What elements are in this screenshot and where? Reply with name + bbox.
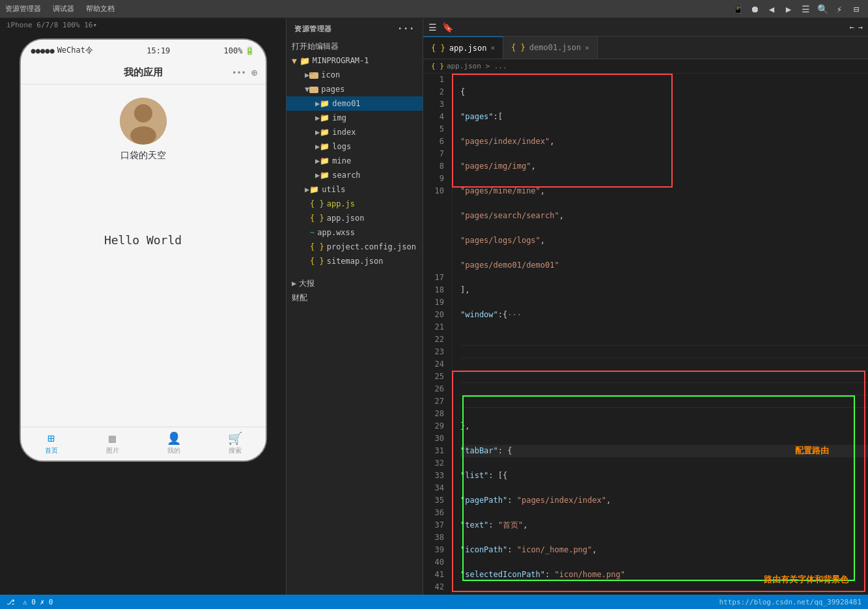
explorer-header: 资源管理器 ··· [287,18,423,39]
search-toolbar-icon[interactable]: 🔍 [816,3,829,16]
line-18: "tabBar": { [460,445,868,457]
js-file-icon: { } [310,199,324,208]
line-6: "pages/search/search", [460,210,868,222]
tab-demo01json[interactable]: { } demo01.json × [503,36,598,59]
split-icon[interactable]: ⊟ [850,3,863,16]
more-dots-icon[interactable]: ••• [232,68,246,78]
svg-point-1 [134,104,152,122]
app-header-right: ••• ⊕ [232,66,257,79]
mine-tab-icon: 👤 [167,431,181,445]
status-left: ●●●●● WeChat令 [31,45,93,56]
demo01-chevron-icon: ▶ [315,99,320,108]
toolbar-item-1[interactable]: 资源管理器 [5,4,41,14]
toolbar-item-3[interactable]: 帮助文档 [86,4,115,14]
project-root[interactable]: ▼ 📁 MINPROGRAM-1 [287,53,423,68]
editor-breadcrumb: { } app.json > ... [423,59,868,74]
back-icon[interactable]: ◀ [765,3,778,16]
file-appwxss[interactable]: ~ app.wxss [287,225,423,240]
folder-img[interactable]: ▶ 📁 img [287,111,423,125]
folder-pages[interactable]: ▼ pages [287,82,423,96]
tab-home-label: 首页 [45,446,58,455]
explorer-more-icon[interactable]: ··· [397,23,415,34]
tab-demo01-close[interactable]: × [585,44,589,52]
forward-icon[interactable]: ▶ [782,3,795,16]
logs-chevron-icon: ▶ [315,142,320,151]
project-name: MINPROGRAM-1 [313,56,369,65]
list-icon[interactable]: ☰ [799,3,812,16]
code-area: 1 2 3 4 5 6 7 8 9 10 11 12 13 14 [423,74,868,595]
tab-search-label: 搜索 [229,446,242,455]
top-toolbar: 资源管理器 调试器 帮助文档 📱 ⏺ ◀ ▶ ☰ 🔍 ⚡ ⊟ [0,0,868,18]
profile-name: 口袋的天空 [120,150,166,162]
phone-icon[interactable]: 📱 [731,3,744,16]
tab-mine[interactable]: 👤 我的 [143,431,204,455]
hello-world-text: Hello World [104,233,182,247]
phone-info-bar: iPhone 6/7/8 100% 16▾ [0,18,286,32]
img-label: img [332,113,346,122]
record-icon[interactable]: ⏺ [748,3,761,16]
status-url: https://blog.csdn.net/qq_39928481 [719,598,861,606]
line-23: "selectedIconPath": "icon/home.png" [460,569,868,581]
tab-home[interactable]: ⊞ 首页 [21,431,82,455]
phone-device: ●●●●● WeChat令 15:19 100% 🔋 我的应用 ••• ⊕ [0,32,286,595]
breadcrumb-json-icon: { } [431,62,444,70]
bookmark-icon[interactable]: 🔖 [442,22,453,33]
tab-appjson-icon: { } [431,44,445,53]
tab-search[interactable]: 🛒 搜索 [204,431,266,455]
line-10: "window":{··· [460,309,868,321]
phone-content: 口袋的天空 Hello World [21,85,266,427]
toolbar-item-2[interactable]: 调试器 [53,4,74,14]
line-2: "pages":[ [460,111,868,123]
phone-frame: ●●●●● WeChat令 15:19 100% 🔋 我的应用 ••• ⊕ [20,38,267,462]
tab-appjson[interactable]: { } app.json × [423,36,503,59]
line-4: "pages/img/img", [460,160,868,173]
folder-mine[interactable]: ▶ 📁 mine [287,154,423,168]
app-title: 我的应用 [124,66,163,79]
chevron-right-icon: ▶ [305,70,309,79]
folder-icon: 📁 [300,56,310,66]
editor-content[interactable]: 配置路由 路由有关字体和背景色 1 2 3 4 5 6 7 8 9 10 11 [423,74,868,595]
editor-tabs: { } app.json × { } demo01.json × [423,36,868,59]
chevron-down-icon: ▼ [292,56,297,66]
folder-search[interactable]: ▶ 📁 search [287,168,423,182]
json-file-icon: { } [310,214,324,223]
folder-utils[interactable]: ▶ 📁 utils [287,182,423,197]
appwxss-label: app.wxss [317,228,355,237]
debug-icon[interactable]: ⚡ [833,3,846,16]
img-chevron-icon: ▶ [315,113,320,122]
code-lines: { "pages":[ "pages/index/index", "pages/… [453,74,868,595]
tab-appjson-label: app.json [449,44,487,53]
git-icon: ⎇ [7,598,15,606]
big-section-label: 大报 [299,278,315,289]
nav-forward-icon[interactable]: → [858,23,863,32]
tab-img[interactable]: ▦ 图片 [82,431,143,455]
folder-logs[interactable]: ▶ 📁 logs [287,139,423,154]
profile-avatar [120,98,167,145]
hamburger-icon[interactable]: ☰ [428,22,437,33]
file-appjs[interactable]: { } app.js [287,197,423,211]
logs-label: logs [332,142,351,151]
big-section[interactable]: ▶ 大报 [287,276,423,290]
status-right-info: https://blog.csdn.net/qq_39928481 [719,598,861,606]
folder-index[interactable]: ▶ 📁 index [287,125,423,139]
wxss-file-icon: ~ [310,228,315,237]
line-1: { [460,86,868,98]
file-projectconfig[interactable]: { } project.config.json [287,240,423,254]
pages-label: pages [321,85,344,94]
open-editor-item[interactable]: 打开始编辑器 [287,39,423,53]
search-tab-icon: 🛒 [228,431,242,445]
file-sitemap[interactable]: { } sitemap.json [287,254,423,268]
appjson-label: app.json [327,214,365,223]
mine-chevron-icon: ▶ [315,156,320,165]
plus-circle-icon[interactable]: ⊕ [251,66,258,79]
nav-back-icon[interactable]: ← [850,23,854,32]
tab-appjson-close[interactable]: × [490,44,495,52]
battery-pct: 100% [224,46,243,55]
line-skip [460,333,868,408]
explorer-panel: 资源管理器 ··· 打开始编辑器 ▼ 📁 MINPROGRAM-1 ▶ icon [287,18,423,595]
folder-demo01[interactable]: ▶ 📁 demo01 [287,96,423,111]
folder-icon-item[interactable]: ▶ icon [287,68,423,82]
line-20: "pagePath": "pages/index/index", [460,494,868,507]
more-section[interactable]: 财配 [287,290,423,305]
file-appjson[interactable]: { } app.json [287,211,423,225]
